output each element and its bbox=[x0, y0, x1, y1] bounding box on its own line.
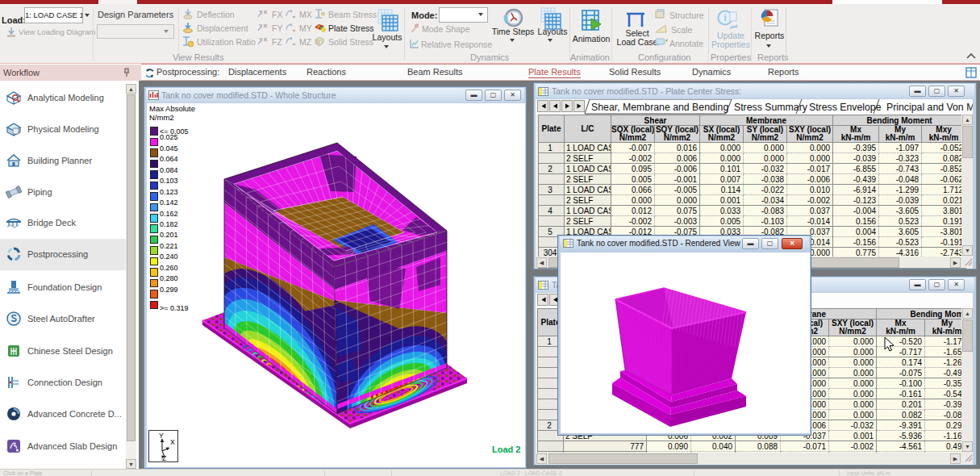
svg-text:Shear, Membrane and Bending: Shear, Membrane and Bending bbox=[591, 102, 728, 113]
svg-text:i: i bbox=[724, 13, 726, 23]
svg-text:Stress Envelope: Stress Envelope bbox=[809, 102, 882, 113]
svg-text:Principal and Von Mis: Principal and Von Mis bbox=[886, 102, 973, 113]
svg-text:Z: Z bbox=[162, 454, 166, 461]
svg-text:Y: Y bbox=[159, 432, 164, 440]
svg-text:X: X bbox=[170, 438, 175, 446]
